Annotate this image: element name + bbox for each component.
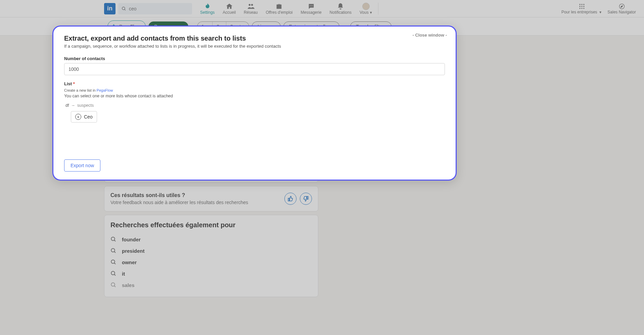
plus-circle-icon: +	[75, 114, 81, 120]
arrow-right-icon: →	[71, 103, 75, 108]
export-now-button[interactable]: Export now	[64, 159, 100, 172]
export-modal: - Close window - Extract, export and add…	[52, 26, 457, 181]
list-path-suspects: suspects	[77, 103, 94, 108]
close-window-button[interactable]: - Close window -	[412, 33, 447, 38]
required-asterisk: *	[73, 81, 75, 86]
list-help-text: You can select one or more lists whose c…	[64, 94, 445, 98]
create-list-hint: Create a new list in PegaFlow	[64, 88, 445, 92]
list-label: List *	[64, 81, 445, 86]
list-path: df → suspects	[64, 103, 445, 108]
list-path-df: df	[65, 103, 69, 108]
modal-subtitle: If a campaign, sequence, or workflow att…	[64, 44, 445, 49]
list-chip-ceo[interactable]: + Ceo	[71, 111, 97, 123]
modal-title: Extract, export and add contacts from th…	[64, 35, 445, 42]
create-list-link[interactable]: PegaFlow	[97, 88, 113, 92]
num-contacts-label: Number of contacts	[64, 56, 445, 61]
num-contacts-input[interactable]	[64, 63, 445, 75]
